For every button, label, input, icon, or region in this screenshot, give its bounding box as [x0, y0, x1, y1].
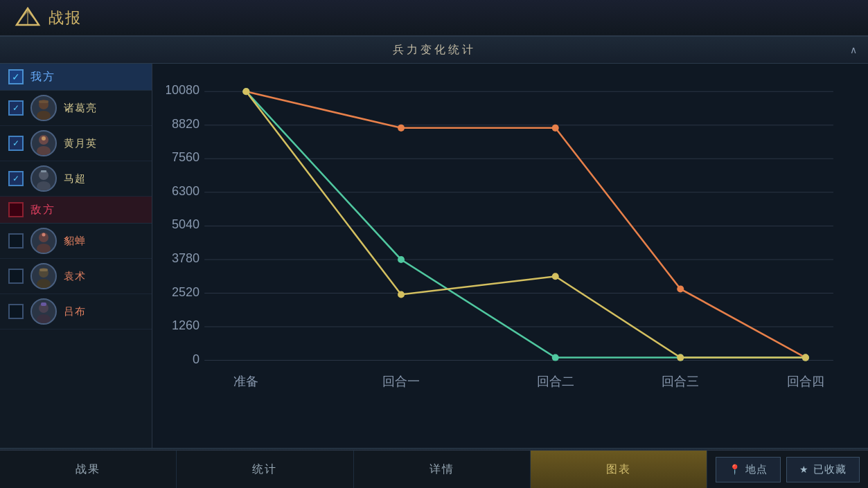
char-name-zhuge: 诸葛亮	[64, 102, 97, 115]
svg-text:回合一: 回合一	[382, 374, 420, 388]
svg-text:6300: 6300	[172, 184, 200, 198]
char-row-lvbu[interactable]: 吕布	[0, 294, 152, 329]
svg-point-6	[42, 136, 46, 141]
troop-change-title: 兵力变化统计	[393, 43, 476, 57]
avatar-huangyuying	[30, 130, 57, 156]
svg-rect-3	[39, 100, 48, 103]
svg-text:3780: 3780	[172, 251, 200, 265]
svg-text:7560: 7560	[172, 150, 200, 164]
logo-icon	[14, 6, 42, 30]
svg-point-11	[37, 244, 51, 253]
char-checkbox-machao[interactable]	[8, 171, 24, 186]
svg-point-45	[677, 285, 684, 292]
svg-text:准备: 准备	[233, 374, 258, 388]
main-content: 兵力变化统计 ∧ 我方 诸葛亮 黄月英	[0, 36, 868, 450]
my-team-label: 我方	[30, 70, 55, 84]
char-name-lvbu: 吕布	[64, 305, 86, 318]
svg-text:10080: 10080	[166, 83, 200, 97]
svg-point-56	[802, 354, 809, 361]
tab-results[interactable]: 战果	[0, 451, 177, 489]
svg-point-53	[398, 291, 405, 298]
troop-change-header[interactable]: 兵力变化统计 ∧	[0, 36, 868, 64]
svg-rect-9	[41, 170, 46, 172]
svg-point-2	[37, 111, 51, 120]
char-checkbox-yuanshu[interactable]	[8, 269, 24, 284]
star-icon: ★	[799, 464, 809, 475]
header: 战报	[0, 0, 868, 36]
location-icon: 📍	[729, 464, 741, 475]
char-row-huangyuying[interactable]: 黄月英	[0, 126, 152, 161]
char-checkbox-diaocan[interactable]	[8, 233, 24, 248]
svg-text:回合二: 回合二	[537, 374, 574, 388]
troop-chart-svg: 10080 8820 7560 6300 5040 3780 2520 1260…	[166, 78, 847, 413]
char-name-machao: 马超	[64, 172, 86, 186]
enemy-team-checkbox[interactable]	[8, 202, 24, 217]
avatar-diaocan	[30, 228, 57, 254]
svg-point-52	[242, 88, 249, 95]
char-checkbox-lvbu[interactable]	[8, 304, 24, 319]
char-checkbox-huangyuying[interactable]	[8, 136, 24, 151]
bottom-nav: 战果 统计 详情 图表 📍 地点 ★ 已收藏	[0, 450, 868, 488]
svg-point-44	[552, 125, 559, 132]
troop-chart-area: 10080 8820 7560 6300 5040 3780 2520 1260…	[152, 64, 868, 448]
enemy-team-header[interactable]: 敌方	[0, 197, 152, 224]
my-team-checkbox[interactable]	[8, 69, 24, 84]
avatar-lvbu	[30, 298, 57, 325]
char-name-huangyuying: 黄月英	[64, 137, 97, 150]
svg-text:2520: 2520	[172, 284, 200, 298]
tab-charts[interactable]: 图表	[531, 451, 707, 489]
troop-chart-section: 我方 诸葛亮 黄月英 马超	[0, 64, 868, 448]
filter-panel: 我方 诸葛亮 黄月英 马超	[0, 64, 152, 448]
svg-point-48	[398, 256, 405, 263]
svg-text:8820: 8820	[172, 117, 200, 131]
nav-action-buttons: 📍 地点 ★ 已收藏	[707, 457, 868, 482]
page-title: 战报	[48, 8, 82, 28]
svg-point-8	[37, 181, 51, 190]
svg-point-55	[677, 354, 684, 361]
nav-tabs: 战果 统计 详情 图表	[0, 451, 707, 489]
char-row-zhuge[interactable]: 诸葛亮	[0, 91, 152, 126]
char-checkbox-zhuge[interactable]	[8, 100, 24, 116]
tab-stats[interactable]: 统计	[177, 451, 353, 489]
avatar-zhuge	[30, 95, 57, 121]
my-team-header[interactable]: 我方	[0, 64, 152, 91]
avatar-yuanshu	[30, 263, 57, 289]
svg-text:回合四: 回合四	[787, 374, 824, 388]
bookmark-button[interactable]: ★ 已收藏	[786, 457, 860, 482]
svg-point-17	[37, 314, 51, 323]
tab-details[interactable]: 详情	[354, 451, 531, 489]
char-name-yuanshu: 袁术	[64, 270, 86, 283]
enemy-team-label: 敌方	[30, 203, 55, 217]
svg-point-12	[42, 233, 46, 237]
svg-point-43	[398, 125, 405, 132]
svg-point-14	[37, 279, 51, 288]
svg-text:回合三: 回合三	[662, 374, 699, 388]
svg-rect-15	[39, 269, 48, 271]
svg-text:5040: 5040	[172, 217, 200, 231]
svg-text:0: 0	[193, 352, 200, 366]
troop-change-collapse-icon[interactable]: ∧	[850, 44, 857, 55]
svg-point-5	[37, 146, 51, 155]
svg-rect-18	[41, 302, 46, 306]
location-button[interactable]: 📍 地点	[716, 457, 781, 482]
svg-text:1260: 1260	[172, 318, 200, 332]
char-name-diaocan: 貂蝉	[64, 235, 86, 248]
char-row-machao[interactable]: 马超	[0, 161, 152, 197]
char-row-yuanshu[interactable]: 袁术	[0, 259, 152, 294]
avatar-machao	[30, 165, 57, 192]
svg-point-49	[552, 354, 559, 361]
svg-point-54	[552, 273, 559, 280]
char-row-diaocan[interactable]: 貂蝉	[0, 224, 152, 259]
